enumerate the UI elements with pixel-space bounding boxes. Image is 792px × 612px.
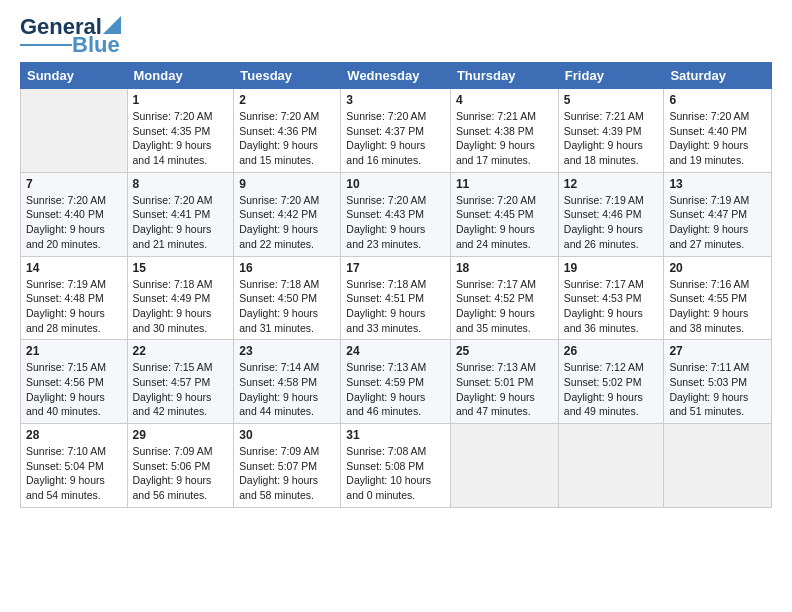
cell-line: and 35 minutes. — [456, 321, 553, 336]
cell-line: Sunrise: 7:18 AM — [346, 277, 445, 292]
calendar-cell: 16Sunrise: 7:18 AMSunset: 4:50 PMDayligh… — [234, 256, 341, 340]
calendar-cell: 12Sunrise: 7:19 AMSunset: 4:46 PMDayligh… — [558, 172, 664, 256]
calendar-cell: 17Sunrise: 7:18 AMSunset: 4:51 PMDayligh… — [341, 256, 451, 340]
cell-line: and 47 minutes. — [456, 404, 553, 419]
cell-line: Sunset: 5:04 PM — [26, 459, 122, 474]
calendar-cell: 19Sunrise: 7:17 AMSunset: 4:53 PMDayligh… — [558, 256, 664, 340]
calendar-cell: 27Sunrise: 7:11 AMSunset: 5:03 PMDayligh… — [664, 340, 772, 424]
cell-line: Daylight: 9 hours — [239, 138, 335, 153]
cell-line: Daylight: 9 hours — [133, 473, 229, 488]
day-number: 10 — [346, 177, 445, 191]
day-number: 2 — [239, 93, 335, 107]
day-number: 9 — [239, 177, 335, 191]
cell-line: Daylight: 9 hours — [133, 306, 229, 321]
day-number: 16 — [239, 261, 335, 275]
col-friday: Friday — [558, 63, 664, 89]
calendar-cell: 13Sunrise: 7:19 AMSunset: 4:47 PMDayligh… — [664, 172, 772, 256]
cell-content: Sunrise: 7:20 AMSunset: 4:40 PMDaylight:… — [669, 109, 766, 168]
cell-content: Sunrise: 7:20 AMSunset: 4:45 PMDaylight:… — [456, 193, 553, 252]
cell-line: Sunset: 4:45 PM — [456, 207, 553, 222]
cell-line: Daylight: 9 hours — [564, 222, 659, 237]
cell-content: Sunrise: 7:12 AMSunset: 5:02 PMDaylight:… — [564, 360, 659, 419]
week-row-2: 7Sunrise: 7:20 AMSunset: 4:40 PMDaylight… — [21, 172, 772, 256]
cell-line: Sunrise: 7:18 AM — [239, 277, 335, 292]
cell-content: Sunrise: 7:20 AMSunset: 4:42 PMDaylight:… — [239, 193, 335, 252]
cell-line: and 33 minutes. — [346, 321, 445, 336]
cell-content: Sunrise: 7:19 AMSunset: 4:46 PMDaylight:… — [564, 193, 659, 252]
cell-line: Sunrise: 7:15 AM — [133, 360, 229, 375]
cell-line: Sunrise: 7:17 AM — [564, 277, 659, 292]
cell-line: and 21 minutes. — [133, 237, 229, 252]
cell-content: Sunrise: 7:20 AMSunset: 4:40 PMDaylight:… — [26, 193, 122, 252]
calendar-cell: 21Sunrise: 7:15 AMSunset: 4:56 PMDayligh… — [21, 340, 128, 424]
cell-line: Sunset: 4:49 PM — [133, 291, 229, 306]
day-number: 31 — [346, 428, 445, 442]
cell-line: Daylight: 9 hours — [239, 390, 335, 405]
calendar-table: Sunday Monday Tuesday Wednesday Thursday… — [20, 62, 772, 508]
day-number: 19 — [564, 261, 659, 275]
cell-line: and 20 minutes. — [26, 237, 122, 252]
cell-content: Sunrise: 7:20 AMSunset: 4:37 PMDaylight:… — [346, 109, 445, 168]
cell-line: Sunset: 4:39 PM — [564, 124, 659, 139]
cell-content: Sunrise: 7:14 AMSunset: 4:58 PMDaylight:… — [239, 360, 335, 419]
day-number: 29 — [133, 428, 229, 442]
cell-content: Sunrise: 7:09 AMSunset: 5:07 PMDaylight:… — [239, 444, 335, 503]
cell-line: Sunrise: 7:20 AM — [669, 109, 766, 124]
cell-line: Sunrise: 7:10 AM — [26, 444, 122, 459]
day-number: 24 — [346, 344, 445, 358]
week-row-3: 14Sunrise: 7:19 AMSunset: 4:48 PMDayligh… — [21, 256, 772, 340]
calendar-cell: 18Sunrise: 7:17 AMSunset: 4:52 PMDayligh… — [450, 256, 558, 340]
cell-content: Sunrise: 7:19 AMSunset: 4:48 PMDaylight:… — [26, 277, 122, 336]
cell-line: and 18 minutes. — [564, 153, 659, 168]
cell-line: Sunrise: 7:13 AM — [346, 360, 445, 375]
cell-content: Sunrise: 7:18 AMSunset: 4:51 PMDaylight:… — [346, 277, 445, 336]
calendar-cell: 26Sunrise: 7:12 AMSunset: 5:02 PMDayligh… — [558, 340, 664, 424]
cell-line: Sunrise: 7:20 AM — [456, 193, 553, 208]
cell-line: Daylight: 9 hours — [456, 138, 553, 153]
cell-line: Sunset: 4:37 PM — [346, 124, 445, 139]
header: General Blue — [20, 16, 772, 56]
cell-line: Sunrise: 7:20 AM — [239, 109, 335, 124]
cell-content: Sunrise: 7:13 AMSunset: 4:59 PMDaylight:… — [346, 360, 445, 419]
cell-line: Sunrise: 7:20 AM — [346, 109, 445, 124]
cell-line: and 24 minutes. — [456, 237, 553, 252]
cell-content: Sunrise: 7:18 AMSunset: 4:50 PMDaylight:… — [239, 277, 335, 336]
cell-line: Sunset: 4:41 PM — [133, 207, 229, 222]
cell-line: Daylight: 9 hours — [133, 138, 229, 153]
cell-line: and 44 minutes. — [239, 404, 335, 419]
cell-line: Sunset: 4:43 PM — [346, 207, 445, 222]
day-number: 12 — [564, 177, 659, 191]
calendar-cell — [664, 424, 772, 508]
cell-line: Sunset: 4:40 PM — [669, 124, 766, 139]
calendar-cell: 15Sunrise: 7:18 AMSunset: 4:49 PMDayligh… — [127, 256, 234, 340]
cell-line: Sunrise: 7:21 AM — [456, 109, 553, 124]
cell-line: Daylight: 9 hours — [669, 306, 766, 321]
cell-line: Sunset: 4:51 PM — [346, 291, 445, 306]
cell-line: Sunrise: 7:11 AM — [669, 360, 766, 375]
cell-line: and 26 minutes. — [564, 237, 659, 252]
cell-line: Sunset: 4:46 PM — [564, 207, 659, 222]
col-tuesday: Tuesday — [234, 63, 341, 89]
day-number: 8 — [133, 177, 229, 191]
cell-content: Sunrise: 7:08 AMSunset: 5:08 PMDaylight:… — [346, 444, 445, 503]
calendar-cell: 6Sunrise: 7:20 AMSunset: 4:40 PMDaylight… — [664, 89, 772, 173]
cell-line: Sunset: 4:48 PM — [26, 291, 122, 306]
cell-line: Daylight: 9 hours — [456, 222, 553, 237]
cell-content: Sunrise: 7:20 AMSunset: 4:36 PMDaylight:… — [239, 109, 335, 168]
day-number: 7 — [26, 177, 122, 191]
calendar-cell: 10Sunrise: 7:20 AMSunset: 4:43 PMDayligh… — [341, 172, 451, 256]
day-number: 25 — [456, 344, 553, 358]
cell-line: Sunrise: 7:19 AM — [669, 193, 766, 208]
page-container: General Blue Sunday Monday Tuesday Wedne… — [0, 0, 792, 524]
cell-line: and 14 minutes. — [133, 153, 229, 168]
calendar-cell: 25Sunrise: 7:13 AMSunset: 5:01 PMDayligh… — [450, 340, 558, 424]
logo-blue: Blue — [72, 34, 120, 56]
calendar-cell — [558, 424, 664, 508]
day-number: 5 — [564, 93, 659, 107]
day-number: 1 — [133, 93, 229, 107]
cell-line: Sunrise: 7:12 AM — [564, 360, 659, 375]
cell-line: Sunrise: 7:13 AM — [456, 360, 553, 375]
cell-line: and 38 minutes. — [669, 321, 766, 336]
cell-line: Daylight: 9 hours — [564, 390, 659, 405]
cell-line: Sunrise: 7:19 AM — [564, 193, 659, 208]
